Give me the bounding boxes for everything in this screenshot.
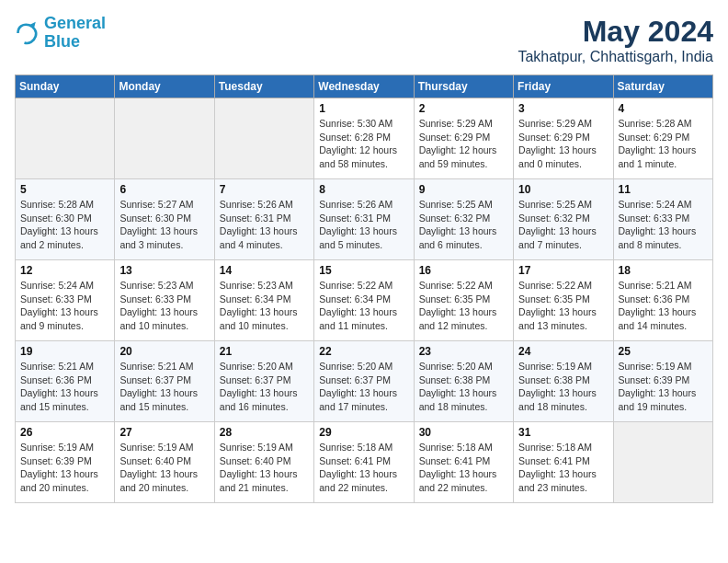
day-number: 3	[518, 102, 608, 115]
weekday-header-cell: Tuesday	[214, 75, 313, 98]
logo-text: General Blue	[44, 15, 106, 52]
day-info: Sunrise: 5:21 AMSunset: 6:37 PMDaylight:…	[119, 360, 209, 414]
day-info: Sunrise: 5:21 AMSunset: 6:36 PMDaylight:…	[619, 279, 708, 333]
calendar-week-row: 12Sunrise: 5:24 AMSunset: 6:33 PMDayligh…	[16, 260, 713, 341]
day-number: 2	[419, 102, 508, 115]
day-info: Sunrise: 5:28 AMSunset: 6:30 PMDaylight:…	[20, 198, 109, 252]
calendar-cell: 30Sunrise: 5:18 AMSunset: 6:41 PMDayligh…	[414, 422, 513, 503]
weekday-header-cell: Friday	[514, 75, 613, 98]
day-info: Sunrise: 5:19 AMSunset: 6:39 PMDaylight:…	[619, 360, 708, 414]
calendar-table: SundayMondayTuesdayWednesdayThursdayFrid…	[15, 75, 713, 503]
day-info: Sunrise: 5:23 AMSunset: 6:33 PMDaylight:…	[119, 279, 209, 333]
day-number: 9	[419, 183, 508, 196]
day-number: 27	[119, 426, 209, 439]
day-info: Sunrise: 5:27 AMSunset: 6:30 PMDaylight:…	[119, 198, 209, 252]
day-info: Sunrise: 5:18 AMSunset: 6:41 PMDaylight:…	[518, 441, 608, 495]
day-info: Sunrise: 5:18 AMSunset: 6:41 PMDaylight:…	[319, 441, 408, 495]
day-number: 8	[319, 183, 408, 196]
day-info: Sunrise: 5:26 AMSunset: 6:31 PMDaylight:…	[220, 198, 309, 252]
day-info: Sunrise: 5:20 AMSunset: 6:37 PMDaylight:…	[319, 360, 408, 414]
calendar-cell: 22Sunrise: 5:20 AMSunset: 6:37 PMDayligh…	[314, 341, 414, 422]
day-number: 14	[220, 264, 309, 277]
calendar-cell: 20Sunrise: 5:21 AMSunset: 6:37 PMDayligh…	[115, 341, 214, 422]
day-info: Sunrise: 5:30 AMSunset: 6:28 PMDaylight:…	[319, 117, 408, 171]
day-number: 20	[119, 345, 209, 358]
calendar-week-row: 1Sunrise: 5:30 AMSunset: 6:28 PMDaylight…	[16, 98, 713, 179]
weekday-header-cell: Thursday	[414, 75, 513, 98]
logo-icon	[15, 20, 40, 46]
calendar-cell: 27Sunrise: 5:19 AMSunset: 6:40 PMDayligh…	[115, 422, 214, 503]
calendar-week-row: 5Sunrise: 5:28 AMSunset: 6:30 PMDaylight…	[16, 179, 713, 260]
day-info: Sunrise: 5:19 AMSunset: 6:40 PMDaylight:…	[220, 441, 309, 495]
calendar-cell: 11Sunrise: 5:24 AMSunset: 6:33 PMDayligh…	[613, 179, 712, 260]
day-info: Sunrise: 5:21 AMSunset: 6:36 PMDaylight:…	[20, 360, 109, 414]
calendar-cell: 19Sunrise: 5:21 AMSunset: 6:36 PMDayligh…	[16, 341, 115, 422]
calendar-cell: 23Sunrise: 5:20 AMSunset: 6:38 PMDayligh…	[414, 341, 513, 422]
day-info: Sunrise: 5:22 AMSunset: 6:35 PMDaylight:…	[518, 279, 608, 333]
day-number: 21	[220, 345, 309, 358]
calendar-cell	[613, 422, 712, 503]
calendar-cell: 13Sunrise: 5:23 AMSunset: 6:33 PMDayligh…	[115, 260, 214, 341]
day-info: Sunrise: 5:29 AMSunset: 6:29 PMDaylight:…	[518, 117, 608, 171]
calendar-cell: 9Sunrise: 5:25 AMSunset: 6:32 PMDaylight…	[414, 179, 513, 260]
page-title: May 2024	[518, 15, 713, 49]
calendar-cell: 1Sunrise: 5:30 AMSunset: 6:28 PMDaylight…	[314, 98, 414, 179]
day-info: Sunrise: 5:26 AMSunset: 6:31 PMDaylight:…	[319, 198, 408, 252]
calendar-cell: 18Sunrise: 5:21 AMSunset: 6:36 PMDayligh…	[613, 260, 712, 341]
day-number: 26	[20, 426, 109, 439]
calendar-cell: 8Sunrise: 5:26 AMSunset: 6:31 PMDaylight…	[314, 179, 414, 260]
day-number: 17	[518, 264, 608, 277]
page-subtitle: Takhatpur, Chhattisgarh, India	[518, 49, 713, 65]
calendar-cell: 16Sunrise: 5:22 AMSunset: 6:35 PMDayligh…	[414, 260, 513, 341]
calendar-cell: 6Sunrise: 5:27 AMSunset: 6:30 PMDaylight…	[115, 179, 214, 260]
day-number: 11	[619, 183, 708, 196]
logo: General Blue	[15, 15, 106, 52]
day-info: Sunrise: 5:22 AMSunset: 6:35 PMDaylight:…	[419, 279, 508, 333]
day-number: 7	[220, 183, 309, 196]
day-info: Sunrise: 5:25 AMSunset: 6:32 PMDaylight:…	[518, 198, 608, 252]
calendar-cell	[214, 98, 313, 179]
day-info: Sunrise: 5:19 AMSunset: 6:38 PMDaylight:…	[518, 360, 608, 414]
day-number: 31	[518, 426, 608, 439]
day-number: 12	[20, 264, 109, 277]
calendar-week-row: 19Sunrise: 5:21 AMSunset: 6:36 PMDayligh…	[16, 341, 713, 422]
calendar-body: 1Sunrise: 5:30 AMSunset: 6:28 PMDaylight…	[16, 98, 713, 503]
day-number: 4	[619, 102, 708, 115]
day-info: Sunrise: 5:25 AMSunset: 6:32 PMDaylight:…	[419, 198, 508, 252]
calendar-cell: 15Sunrise: 5:22 AMSunset: 6:34 PMDayligh…	[314, 260, 414, 341]
calendar-cell: 17Sunrise: 5:22 AMSunset: 6:35 PMDayligh…	[514, 260, 613, 341]
weekday-header-row: SundayMondayTuesdayWednesdayThursdayFrid…	[16, 75, 713, 98]
day-info: Sunrise: 5:20 AMSunset: 6:38 PMDaylight:…	[419, 360, 508, 414]
weekday-header-cell: Monday	[115, 75, 214, 98]
calendar-cell: 12Sunrise: 5:24 AMSunset: 6:33 PMDayligh…	[16, 260, 115, 341]
calendar-week-row: 26Sunrise: 5:19 AMSunset: 6:39 PMDayligh…	[16, 422, 713, 503]
day-info: Sunrise: 5:28 AMSunset: 6:29 PMDaylight:…	[619, 117, 708, 171]
calendar-cell: 3Sunrise: 5:29 AMSunset: 6:29 PMDaylight…	[514, 98, 613, 179]
day-number: 23	[419, 345, 508, 358]
calendar-cell	[16, 98, 115, 179]
day-number: 10	[518, 183, 608, 196]
day-info: Sunrise: 5:29 AMSunset: 6:29 PMDaylight:…	[419, 117, 508, 171]
day-number: 18	[619, 264, 708, 277]
day-info: Sunrise: 5:24 AMSunset: 6:33 PMDaylight:…	[619, 198, 708, 252]
calendar-cell: 31Sunrise: 5:18 AMSunset: 6:41 PMDayligh…	[514, 422, 613, 503]
title-area: May 2024 Takhatpur, Chhattisgarh, India	[518, 15, 713, 65]
day-number: 28	[220, 426, 309, 439]
calendar-cell: 26Sunrise: 5:19 AMSunset: 6:39 PMDayligh…	[16, 422, 115, 503]
day-info: Sunrise: 5:19 AMSunset: 6:40 PMDaylight:…	[119, 441, 209, 495]
day-number: 22	[319, 345, 408, 358]
day-number: 6	[119, 183, 209, 196]
calendar-cell: 14Sunrise: 5:23 AMSunset: 6:34 PMDayligh…	[214, 260, 313, 341]
day-number: 1	[319, 102, 408, 115]
day-info: Sunrise: 5:20 AMSunset: 6:37 PMDaylight:…	[220, 360, 309, 414]
calendar-cell: 2Sunrise: 5:29 AMSunset: 6:29 PMDaylight…	[414, 98, 513, 179]
weekday-header-cell: Saturday	[613, 75, 712, 98]
day-info: Sunrise: 5:22 AMSunset: 6:34 PMDaylight:…	[319, 279, 408, 333]
weekday-header-cell: Sunday	[16, 75, 115, 98]
calendar-cell: 21Sunrise: 5:20 AMSunset: 6:37 PMDayligh…	[214, 341, 313, 422]
day-info: Sunrise: 5:23 AMSunset: 6:34 PMDaylight:…	[220, 279, 309, 333]
calendar-cell: 25Sunrise: 5:19 AMSunset: 6:39 PMDayligh…	[613, 341, 712, 422]
day-number: 25	[619, 345, 708, 358]
day-number: 30	[419, 426, 508, 439]
calendar-cell: 7Sunrise: 5:26 AMSunset: 6:31 PMDaylight…	[214, 179, 313, 260]
